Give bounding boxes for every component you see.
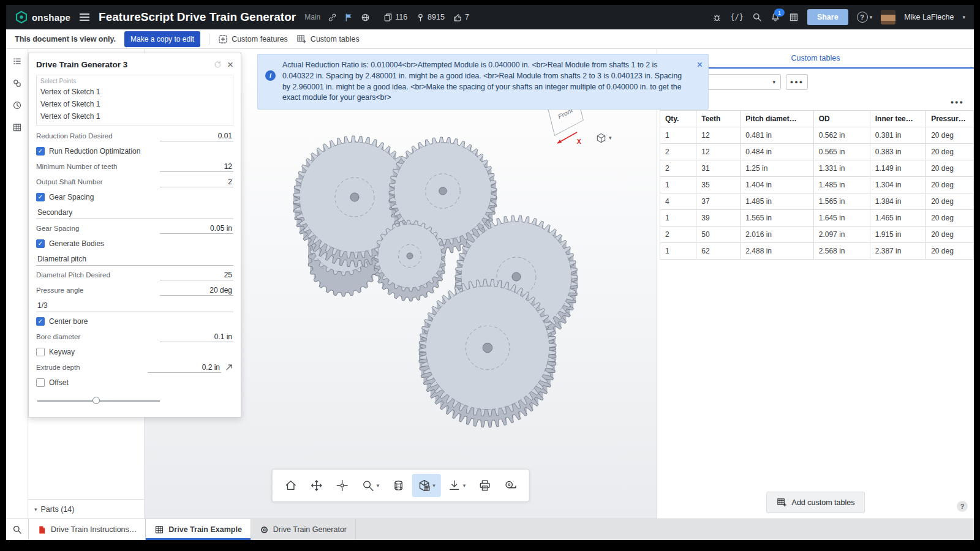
table-cell: 20 deg [926,177,974,193]
custom-tables-button[interactable]: Custom tables [296,34,360,44]
table-cell: 2.488 in [741,243,813,260]
pan-icon [336,479,349,492]
measure-button[interactable] [498,474,522,497]
dialog-close-icon[interactable]: × [227,59,233,70]
field-input[interactable]: 2 [160,176,233,187]
precision-slider[interactable] [37,396,160,406]
checkbox[interactable]: ✓ [36,239,45,248]
chevron-down-icon[interactable]: ▾ [962,15,965,20]
divider [209,34,209,45]
named-views-button[interactable]: ▾ [412,474,441,497]
selected-point-item[interactable]: Vertex of Sketch 1 [37,110,233,122]
search-icon[interactable] [752,12,762,22]
report-bug-icon[interactable] [712,13,722,22]
help-menu[interactable]: ? ▾ [857,12,873,23]
public-globe-icon[interactable] [361,13,370,22]
selected-point-item[interactable]: Vertex of Sketch 1 [37,98,233,110]
print-button[interactable] [472,474,497,497]
tables-icon[interactable] [12,122,22,132]
workspace-name[interactable]: Main [304,13,320,21]
copies-stat[interactable]: 116 [383,13,407,22]
slider-thumb[interactable] [92,397,100,404]
tab-bar: Drive Train Instructions…Drive Train Exa… [6,519,974,540]
table-cell: 4 [660,193,696,210]
checkbox-row: ✓Center bore [36,315,233,328]
field-input[interactable]: 20 deg [160,285,233,296]
link-icon[interactable] [328,13,337,22]
home-view-button[interactable] [279,474,303,497]
panel-help-button[interactable]: ? [957,501,968,512]
versions-stat[interactable]: 8915 [416,13,445,22]
number-field-row: Minimum Number of teeth12 [36,160,233,173]
export-button[interactable]: ▾ [442,474,472,497]
custom-tables-panel: Custom tables ▾ ●●● ▾ Gears ●●● Qty.Teet… [657,49,974,519]
field-input[interactable]: 12 [160,161,233,172]
regenerate-icon[interactable] [213,60,222,69]
notifications-bell-icon[interactable]: 1 [771,12,780,22]
dialog-title: Drive Train Generator 3 [36,60,208,69]
likes-stat[interactable]: 7 [453,13,469,22]
onshape-logo[interactable]: onshape [15,10,70,24]
doc-tab-drive-train-generator[interactable]: Drive Train Generator [251,519,356,540]
column-header: Pitch diamet… [741,111,813,127]
doc-tab-drive-train-instructions-[interactable]: Drive Train Instructions… [29,519,146,540]
checkbox[interactable]: ✓ [36,147,45,156]
share-button[interactable]: Share [807,9,848,25]
selected-point-item[interactable]: Vertex of Sketch 1 [37,86,233,98]
add-custom-tables-button[interactable]: Add custom tables [766,492,865,513]
make-copy-button[interactable]: Make a copy to edit [124,31,200,47]
select-field[interactable]: Diametral pitch [36,252,233,266]
learning-flag-icon[interactable] [344,13,353,22]
table-cell: 1 [660,243,696,260]
custom-features-button[interactable]: Custom features [218,34,288,44]
avatar[interactable] [881,10,895,24]
field-label: Minimum Number of teeth [36,163,117,170]
search-tabs-icon[interactable] [6,519,29,540]
featurescript-icon[interactable]: {/} [730,13,744,21]
select-field[interactable]: Secondary [36,206,233,219]
spreadsheet-panel-icon[interactable] [789,12,799,22]
table-cell: 0.562 in [813,127,870,144]
tab-custom-tables[interactable]: Custom tables [791,54,840,62]
table-cell: 20 deg [926,127,974,144]
checkbox[interactable] [36,348,45,356]
field-input[interactable]: 0.2 in [148,362,221,373]
view-cube-menu[interactable]: ▾ [595,132,612,144]
hamburger-menu-icon[interactable] [79,13,90,21]
checkbox-label: Offset [49,378,69,387]
parts-list-toggle[interactable]: ▾ Parts (14) [28,499,144,519]
likes-count: 7 [465,13,469,21]
checkbox[interactable]: ✓ [36,193,45,201]
checkbox-label: Keyway [49,348,75,356]
history-icon[interactable] [12,100,22,110]
table-cell: 2.568 in [813,243,870,260]
doc-tab-drive-train-example[interactable]: Drive Train Example [146,519,251,540]
table-options-button[interactable]: ●●● [786,74,808,90]
document-tabs: Drive Train Instructions…Drive Train Exa… [29,519,356,540]
select-points-box: Select Points Vertex of Sketch 1Vertex o… [36,75,233,126]
checkbox-row: Offset [36,376,233,389]
field-input[interactable]: 0.01 [160,130,233,141]
zoom-button[interactable]: ▾ [356,474,385,497]
likes-icon [453,13,462,22]
rotate-button[interactable] [304,474,329,497]
banner-close-icon[interactable]: × [697,58,703,72]
gear-table-row: 1391.565 in1.645 in1.465 in20 deg [660,210,974,227]
pan-button[interactable] [330,474,355,497]
instances-icon[interactable] [12,78,22,88]
feature-list-icon[interactable] [12,56,22,66]
field-input[interactable]: 0.1 in [160,331,233,342]
select-field[interactable]: 1/3 [36,299,233,312]
checkbox[interactable]: ✓ [36,317,45,326]
field-input[interactable]: 25 [160,269,233,280]
checkbox[interactable] [36,378,45,387]
column-header: OD [813,111,870,127]
chevron-down-icon: ▾ [432,483,435,489]
gears-section-menu[interactable]: ●●● [947,98,968,107]
field-input[interactable]: 0.05 in [160,223,233,234]
custom-tables-label: Custom tables [311,35,360,43]
flip-direction-icon[interactable] [225,363,233,372]
copies-icon [383,13,393,22]
section-view-button[interactable] [386,474,410,497]
user-name[interactable]: Mike LaFleche [904,13,954,21]
